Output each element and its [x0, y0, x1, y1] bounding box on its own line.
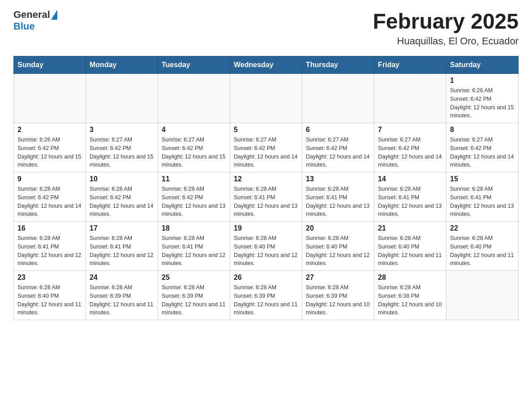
day-info: Sunrise: 6:28 AM Sunset: 6:41 PM Dayligh…: [378, 185, 442, 218]
day-number: 27: [306, 274, 370, 282]
calendar-day-cell: 16Sunrise: 6:28 AM Sunset: 6:41 PM Dayli…: [14, 222, 86, 271]
logo-general-text: General: [13, 9, 50, 21]
calendar-day-cell: 24Sunrise: 6:28 AM Sunset: 6:39 PM Dayli…: [86, 271, 158, 320]
calendar-table: SundayMondayTuesdayWednesdayThursdayFrid…: [13, 56, 519, 320]
day-info: Sunrise: 6:28 AM Sunset: 6:41 PM Dayligh…: [162, 234, 226, 268]
day-info: Sunrise: 6:28 AM Sunset: 6:41 PM Dayligh…: [450, 185, 515, 218]
calendar-week-row: 23Sunrise: 6:28 AM Sunset: 6:40 PM Dayli…: [14, 271, 519, 320]
location-title: Huaquillas, El Oro, Ecuador: [373, 35, 519, 47]
day-info: Sunrise: 6:28 AM Sunset: 6:42 PM Dayligh…: [90, 185, 154, 218]
day-number: 24: [90, 274, 154, 282]
day-number: 2: [17, 126, 82, 134]
calendar-day-cell: 9Sunrise: 6:28 AM Sunset: 6:42 PM Daylig…: [14, 172, 86, 222]
logo: General Blue: [13, 9, 58, 32]
day-number: 3: [90, 126, 154, 134]
calendar-day-cell: 28Sunrise: 6:28 AM Sunset: 6:38 PM Dayli…: [374, 271, 446, 320]
calendar-day-cell: 10Sunrise: 6:28 AM Sunset: 6:42 PM Dayli…: [86, 172, 158, 222]
calendar-day-cell: 4Sunrise: 6:27 AM Sunset: 6:42 PM Daylig…: [158, 123, 230, 172]
day-info: Sunrise: 6:27 AM Sunset: 6:42 PM Dayligh…: [90, 136, 154, 169]
weekday-header-row: SundayMondayTuesdayWednesdayThursdayFrid…: [14, 56, 519, 74]
day-info: Sunrise: 6:27 AM Sunset: 6:42 PM Dayligh…: [306, 136, 370, 169]
day-number: 19: [234, 224, 298, 232]
day-number: 9: [17, 175, 82, 183]
calendar-day-cell: 17Sunrise: 6:28 AM Sunset: 6:41 PM Dayli…: [86, 222, 158, 271]
day-info: Sunrise: 6:28 AM Sunset: 6:40 PM Dayligh…: [306, 234, 370, 268]
day-number: 7: [378, 126, 442, 134]
weekday-header-monday: Monday: [86, 56, 158, 74]
day-info: Sunrise: 6:28 AM Sunset: 6:40 PM Dayligh…: [234, 234, 298, 268]
calendar-day-cell: 3Sunrise: 6:27 AM Sunset: 6:42 PM Daylig…: [86, 123, 158, 172]
day-info: Sunrise: 6:28 AM Sunset: 6:41 PM Dayligh…: [306, 185, 370, 218]
day-number: 14: [378, 175, 442, 183]
calendar-day-cell: 21Sunrise: 6:28 AM Sunset: 6:40 PM Dayli…: [374, 222, 446, 271]
day-info: Sunrise: 6:26 AM Sunset: 6:42 PM Dayligh…: [17, 136, 82, 169]
day-number: 18: [162, 224, 226, 232]
day-number: 28: [378, 274, 442, 282]
day-info: Sunrise: 6:28 AM Sunset: 6:40 PM Dayligh…: [17, 283, 82, 317]
calendar-day-cell: 19Sunrise: 6:28 AM Sunset: 6:40 PM Dayli…: [230, 222, 302, 271]
day-info: Sunrise: 6:28 AM Sunset: 6:39 PM Dayligh…: [162, 283, 226, 317]
calendar-week-row: 9Sunrise: 6:28 AM Sunset: 6:42 PM Daylig…: [14, 172, 519, 222]
logo-blue-text: Blue: [13, 21, 35, 32]
day-info: Sunrise: 6:28 AM Sunset: 6:41 PM Dayligh…: [90, 234, 154, 268]
day-number: 4: [162, 126, 226, 134]
day-info: Sunrise: 6:27 AM Sunset: 6:42 PM Dayligh…: [234, 136, 298, 169]
calendar-day-cell: 7Sunrise: 6:27 AM Sunset: 6:42 PM Daylig…: [374, 123, 446, 172]
calendar-week-row: 2Sunrise: 6:26 AM Sunset: 6:42 PM Daylig…: [14, 123, 519, 172]
weekday-header-saturday: Saturday: [446, 56, 519, 74]
day-info: Sunrise: 6:28 AM Sunset: 6:42 PM Dayligh…: [17, 185, 82, 218]
day-number: 13: [306, 175, 370, 183]
day-number: 10: [90, 175, 154, 183]
day-number: 1: [450, 77, 515, 85]
day-info: Sunrise: 6:28 AM Sunset: 6:38 PM Dayligh…: [378, 283, 442, 317]
day-info: Sunrise: 6:28 AM Sunset: 6:42 PM Dayligh…: [162, 185, 226, 218]
calendar-day-cell: 14Sunrise: 6:28 AM Sunset: 6:41 PM Dayli…: [374, 172, 446, 222]
calendar-day-cell: [14, 74, 86, 123]
day-info: Sunrise: 6:28 AM Sunset: 6:39 PM Dayligh…: [306, 283, 370, 317]
calendar-day-cell: 18Sunrise: 6:28 AM Sunset: 6:41 PM Dayli…: [158, 222, 230, 271]
day-number: 17: [90, 224, 154, 232]
weekday-header-sunday: Sunday: [14, 56, 86, 74]
calendar-day-cell: 26Sunrise: 6:28 AM Sunset: 6:39 PM Dayli…: [230, 271, 302, 320]
day-number: 20: [306, 224, 370, 232]
calendar-week-row: 1Sunrise: 6:26 AM Sunset: 6:42 PM Daylig…: [14, 74, 519, 123]
day-number: 25: [162, 274, 226, 282]
day-number: 21: [378, 224, 442, 232]
calendar-day-cell: 15Sunrise: 6:28 AM Sunset: 6:41 PM Dayli…: [446, 172, 519, 222]
weekday-header-friday: Friday: [374, 56, 446, 74]
calendar-day-cell: [302, 74, 374, 123]
day-number: 5: [234, 126, 298, 134]
day-number: 11: [162, 175, 226, 183]
weekday-header-tuesday: Tuesday: [158, 56, 230, 74]
title-block: February 2025 Huaquillas, El Oro, Ecuado…: [373, 9, 519, 47]
calendar-day-cell: 11Sunrise: 6:28 AM Sunset: 6:42 PM Dayli…: [158, 172, 230, 222]
calendar-week-row: 16Sunrise: 6:28 AM Sunset: 6:41 PM Dayli…: [14, 222, 519, 271]
month-title: February 2025: [373, 9, 519, 34]
day-info: Sunrise: 6:28 AM Sunset: 6:39 PM Dayligh…: [234, 283, 298, 317]
calendar-day-cell: 8Sunrise: 6:27 AM Sunset: 6:42 PM Daylig…: [446, 123, 519, 172]
weekday-header-thursday: Thursday: [302, 56, 374, 74]
day-number: 12: [234, 175, 298, 183]
weekday-header-wednesday: Wednesday: [230, 56, 302, 74]
day-info: Sunrise: 6:27 AM Sunset: 6:42 PM Dayligh…: [378, 136, 442, 169]
calendar-day-cell: 25Sunrise: 6:28 AM Sunset: 6:39 PM Dayli…: [158, 271, 230, 320]
calendar-day-cell: [446, 271, 519, 320]
calendar-day-cell: 22Sunrise: 6:28 AM Sunset: 6:40 PM Dayli…: [446, 222, 519, 271]
calendar-day-cell: [158, 74, 230, 123]
day-number: 6: [306, 126, 370, 134]
calendar-day-cell: 23Sunrise: 6:28 AM Sunset: 6:40 PM Dayli…: [14, 271, 86, 320]
day-info: Sunrise: 6:27 AM Sunset: 6:42 PM Dayligh…: [450, 136, 515, 169]
day-number: 15: [450, 175, 515, 183]
calendar-day-cell: 20Sunrise: 6:28 AM Sunset: 6:40 PM Dayli…: [302, 222, 374, 271]
calendar-day-cell: [230, 74, 302, 123]
calendar-day-cell: [86, 74, 158, 123]
logo-triangle-icon: [51, 10, 57, 20]
day-info: Sunrise: 6:26 AM Sunset: 6:42 PM Dayligh…: [450, 86, 515, 120]
calendar-day-cell: 5Sunrise: 6:27 AM Sunset: 6:42 PM Daylig…: [230, 123, 302, 172]
day-info: Sunrise: 6:28 AM Sunset: 6:41 PM Dayligh…: [17, 234, 82, 268]
calendar-day-cell: [374, 74, 446, 123]
day-info: Sunrise: 6:28 AM Sunset: 6:39 PM Dayligh…: [90, 283, 154, 317]
day-number: 16: [17, 224, 82, 232]
day-info: Sunrise: 6:28 AM Sunset: 6:40 PM Dayligh…: [450, 234, 515, 268]
day-info: Sunrise: 6:28 AM Sunset: 6:41 PM Dayligh…: [234, 185, 298, 218]
